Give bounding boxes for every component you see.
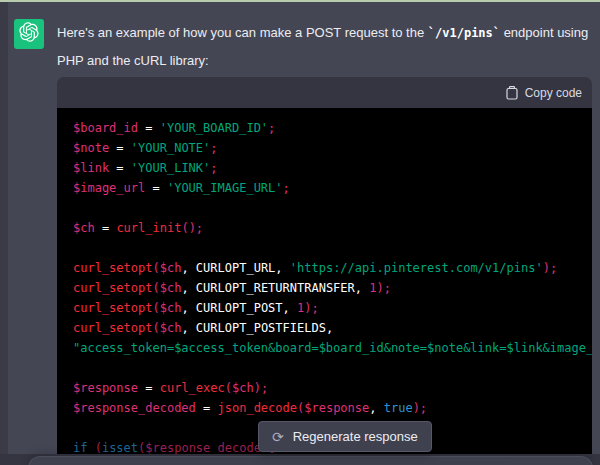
code-line: "access_token=$access_token&board=$board… (73, 338, 576, 358)
openai-logo-icon (19, 22, 39, 46)
clipboard-icon (506, 86, 518, 100)
code-block: Copy code $board_id = 'YOUR_BOARD_ID';$n… (57, 77, 592, 465)
regenerate-icon: ⟳ (272, 430, 284, 444)
code-line: curl_setopt($ch, CURLOPT_POST, 1); (73, 298, 576, 318)
code-line: $note = 'YOUR_NOTE'; (73, 138, 576, 158)
assistant-avatar (14, 19, 44, 49)
regenerate-response-button[interactable]: ⟳ Regenerate response (258, 421, 432, 452)
regenerate-label: Regenerate response (293, 429, 418, 444)
message-text-after-code: endpoint using (500, 25, 588, 40)
code-line (73, 198, 576, 218)
message-text-before-code: Here's an example of how you can make a … (57, 25, 428, 40)
message-text: Here's an example of how you can make a … (57, 19, 600, 75)
code-line: $link = 'YOUR_LINK'; (73, 158, 576, 178)
code-block-header: Copy code (57, 77, 592, 108)
message-line-2: PHP and the cURL library: (57, 47, 600, 75)
code-line: curl_setopt($ch, CURLOPT_POSTFIELDS, (73, 318, 576, 338)
code-line (73, 238, 576, 258)
message-line-1: Here's an example of how you can make a … (57, 19, 600, 47)
page-left-edge (0, 2, 8, 465)
top-border (0, 0, 600, 2)
inline-code: `/v1/pins` (428, 26, 500, 40)
copy-code-button[interactable]: Copy code (506, 86, 582, 100)
code-line (73, 358, 576, 378)
copy-code-label: Copy code (525, 86, 582, 100)
code-line: $ch = curl_init(); (73, 218, 576, 238)
code-line: $response = curl_exec($ch); (73, 378, 576, 398)
code-line: $response_decoded = json_decode($respons… (73, 398, 576, 418)
code-line: $board_id = 'YOUR_BOARD_ID'; (73, 118, 576, 138)
code-line: curl_setopt($ch, CURLOPT_URL, 'https://a… (73, 258, 576, 278)
code-line: $image_url = 'YOUR_IMAGE_URL'; (73, 178, 576, 198)
code-line: curl_setopt($ch, CURLOPT_RETURNTRANSFER,… (73, 278, 576, 298)
chat-input[interactable] (28, 456, 593, 465)
code-content: $board_id = 'YOUR_BOARD_ID';$note = 'YOU… (57, 108, 592, 465)
